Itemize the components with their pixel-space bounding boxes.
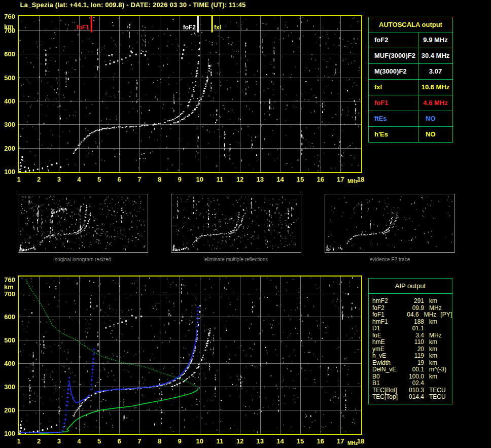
- aip-param-label: Ewidth: [372, 360, 402, 367]
- aip-param-value: 188: [402, 319, 424, 326]
- aip-param-value: 04.6: [399, 312, 419, 319]
- autoscala-row-foF1: foF14.6 MHz: [369, 95, 452, 111]
- thumbnail-original-ionogram: [18, 194, 148, 253]
- foF1-marker-label: foF1: [60, 24, 89, 31]
- autoscala-param-label: M(3000)F2: [369, 64, 418, 79]
- station-title: La_Spezia (lat: +44.1, lon: 009.8) - DAT…: [6, 1, 260, 9]
- x-tick-8: 8: [155, 437, 165, 445]
- aip-param-unit: km: [429, 319, 437, 326]
- x-tick-11: 11: [215, 176, 225, 183]
- aip-param-value: 09.9: [402, 305, 424, 312]
- autoscala-param-value: 4.6 MHz: [418, 95, 452, 111]
- y-tick-100: 100: [0, 168, 15, 176]
- x-tick-3: 3: [54, 176, 64, 183]
- thumbnail-evidence-f2-trace: [325, 194, 455, 253]
- aip-param-unit: km: [429, 346, 437, 353]
- x-tick-7: 7: [134, 437, 145, 445]
- foF2-marker-label: foF2: [166, 24, 196, 31]
- aip-param-unit: km: [429, 373, 437, 381]
- aip-param-label: D1: [372, 325, 402, 332]
- aip-param-label: B0: [372, 373, 402, 381]
- aip-row-B1: B102.4: [372, 380, 452, 387]
- x-tick-17: 17: [335, 176, 345, 183]
- y-tick-700: 700: [0, 290, 15, 298]
- x-tick-9: 9: [174, 176, 185, 183]
- aip-row-foE: foE3.4MHz: [372, 332, 452, 339]
- x-tick-5: 5: [94, 176, 104, 183]
- y-tick-100: 100: [0, 430, 15, 437]
- aip-param-unit: km: [429, 339, 437, 346]
- aip-row-D1: D101.1: [372, 325, 452, 332]
- autoscala-param-label: foF2: [369, 32, 418, 48]
- aip-row-hmF1: hmF1188km: [372, 319, 452, 326]
- aip-param-label: DelN_vE: [372, 366, 402, 373]
- aip-param-value: 100.0: [402, 373, 424, 381]
- y-tick-200: 200: [0, 406, 15, 414]
- x-tick-4: 4: [74, 437, 84, 445]
- aip-row-foF2: foF209.9MHz: [372, 305, 452, 312]
- x-tick-17: 17: [335, 437, 345, 445]
- y-tick-200: 200: [0, 145, 15, 152]
- x-tick-14: 14: [275, 437, 285, 445]
- x-tick-1: 1: [14, 437, 24, 445]
- aip-param-value: 110: [402, 339, 424, 346]
- aip-param-unit: km: [429, 298, 437, 305]
- aip-row-TEC[Bot]: TEC[Bot]010.3TECU: [372, 387, 452, 394]
- aip-param-label: foE: [372, 332, 402, 339]
- aip-param-value: 20: [402, 346, 424, 353]
- aip-param-unit: MHz: [424, 312, 437, 319]
- y-tick-400: 400: [0, 97, 15, 105]
- x-tick-5: 5: [94, 437, 104, 445]
- x-tick-13: 13: [255, 176, 265, 183]
- y-tick-760: 760: [0, 13, 15, 20]
- x-tick-2: 2: [34, 437, 44, 445]
- y-tick-300: 300: [0, 383, 15, 391]
- aip-param-unit: m^(-3): [429, 366, 446, 373]
- x-tick-18: 18: [356, 176, 366, 183]
- aip-param-unit: TECU: [429, 394, 446, 401]
- aip-param-label: foF2: [372, 305, 402, 312]
- y-tick-500: 500: [0, 74, 15, 82]
- x-tick-6: 6: [114, 437, 124, 445]
- aip-param-label: hmF2: [372, 298, 402, 305]
- autoscala-param-value: 30.4 MHz: [418, 48, 452, 63]
- autoscala-row-h'Es: h'EsNO: [369, 127, 452, 142]
- y-tick-500: 500: [0, 336, 15, 344]
- aip-param-value: 010.3: [402, 387, 424, 394]
- x-tick-16: 16: [315, 437, 326, 445]
- fxI-marker-label: fxI: [214, 24, 236, 31]
- autoscala-param-label: fxI: [369, 80, 418, 95]
- x-tick-7: 7: [134, 176, 145, 183]
- autoscala-row-foF2: foF29.9 MHz: [369, 32, 452, 48]
- aip-param-unit: km: [429, 360, 437, 367]
- autoscala-row-M(3000)F2: M(3000)F23.07: [369, 64, 452, 80]
- x-tick-18: 18: [356, 437, 366, 445]
- x-tick-11: 11: [215, 437, 225, 445]
- autoscala-param-value: 3.07: [418, 64, 452, 79]
- x-tick-10: 10: [195, 437, 205, 445]
- aip-row-TEC[Top]: TEC[Top]014.4TECU: [372, 394, 452, 401]
- y-tick-600: 600: [0, 313, 15, 321]
- autoscala-header: AUTOSCALA output: [369, 17, 452, 32]
- x-tick-9: 9: [174, 437, 185, 445]
- y-tick-600: 600: [0, 50, 15, 58]
- aip-row-hmE: hmE110km: [372, 339, 452, 346]
- aip-header: AIP output: [369, 279, 452, 294]
- x-tick-13: 13: [255, 437, 265, 445]
- autoscala-output-panel: AUTOSCALA output foF29.9 MHzMUF(3000)F23…: [368, 17, 453, 143]
- aip-param-value: 119: [402, 353, 424, 360]
- x-tick-12: 12: [235, 437, 245, 445]
- aip-param-unit: MHz: [429, 332, 442, 339]
- scaled-ionogram-canvas: [18, 15, 362, 173]
- autoscala-param-label: h'Es: [369, 127, 418, 142]
- aip-param-unit: TECU: [429, 387, 446, 394]
- aip-param-unit: km: [429, 353, 437, 360]
- aip-row-B0: B0100.0km: [372, 373, 452, 381]
- aip-param-label: ymE: [372, 346, 402, 353]
- aip-output-panel: AIP output hmF2291kmfoF209.9MHzfoF104.6M…: [368, 278, 452, 404]
- x-tick-2: 2: [34, 176, 44, 183]
- x-tick-6: 6: [114, 176, 124, 183]
- thumbnail-caption-2: eliminate multiple reflections: [171, 257, 301, 262]
- y-tick-300: 300: [0, 121, 15, 128]
- aip-row-DelN_vE: DelN_vE00.1m^(-3): [372, 366, 452, 373]
